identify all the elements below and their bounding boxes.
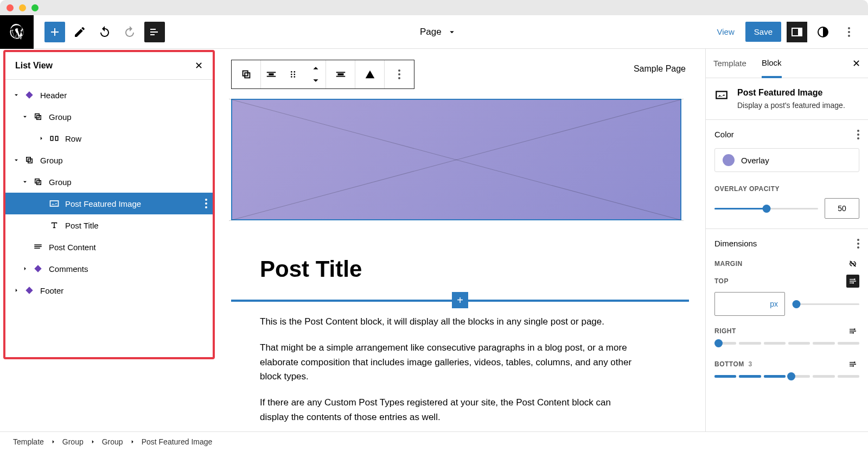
svg-point-30 xyxy=(854,328,856,330)
contrast-icon xyxy=(816,26,829,39)
app-bar: Page View Save xyxy=(0,15,868,49)
svg-point-29 xyxy=(852,282,854,284)
chevron-right-icon xyxy=(37,135,45,142)
sliders-icon xyxy=(848,327,857,335)
alignment-button[interactable] xyxy=(326,60,355,88)
wp-logo[interactable] xyxy=(0,15,34,49)
insert-button[interactable]: + xyxy=(452,292,468,308)
custom-value-toggle[interactable] xyxy=(846,275,859,288)
opacity-slider[interactable] xyxy=(714,208,818,209)
sidebar-icon xyxy=(790,26,803,39)
overlay-color-row[interactable]: Overlay xyxy=(714,148,859,172)
block-type-button[interactable] xyxy=(232,60,261,88)
listview-toggle-button[interactable] xyxy=(144,22,165,42)
duotone-icon xyxy=(364,68,376,80)
options-button[interactable] xyxy=(839,22,859,42)
tab-block[interactable]: Block xyxy=(762,49,782,78)
list-view-title: List View xyxy=(15,61,53,71)
nav-link-sample-page[interactable]: Sample Page xyxy=(634,64,686,74)
svg-point-21 xyxy=(293,74,295,75)
block-drag-mover[interactable] xyxy=(261,60,326,88)
add-block-button[interactable] xyxy=(44,22,65,42)
featured-image-icon xyxy=(48,198,61,209)
edit-button[interactable] xyxy=(69,22,90,42)
inspector-close[interactable]: ✕ xyxy=(852,58,860,69)
svg-rect-6 xyxy=(55,136,58,141)
plus-icon xyxy=(48,26,61,39)
post-content-block[interactable]: This is the Post Content block, it will … xyxy=(260,315,634,424)
block-more-button[interactable] xyxy=(385,60,414,88)
undo-button[interactable] xyxy=(94,22,115,42)
content-icon xyxy=(31,242,44,252)
opacity-input[interactable] xyxy=(825,198,859,219)
tree-item-post-content[interactable]: Post Content xyxy=(5,236,213,258)
editor-canvas[interactable]: Sample Page Post Title + This is the Pos… xyxy=(215,49,705,431)
row-icon xyxy=(48,134,61,143)
section-options[interactable] xyxy=(857,130,859,139)
tree-label: Group xyxy=(40,156,63,165)
breadcrumb-item[interactable]: Template xyxy=(13,437,44,446)
save-button[interactable]: Save xyxy=(745,22,781,42)
breadcrumb-item[interactable]: Post Featured Image xyxy=(142,437,213,446)
svg-rect-14 xyxy=(266,72,276,73)
list-icon xyxy=(148,26,161,39)
more-icon xyxy=(398,69,400,79)
svg-rect-26 xyxy=(716,92,727,99)
tree-item-group[interactable]: Group xyxy=(5,106,213,128)
top-slider[interactable] xyxy=(794,303,859,305)
section-options[interactable] xyxy=(857,239,859,249)
content-paragraph: That might be a simple arrangement like … xyxy=(260,341,634,384)
styles-button[interactable] xyxy=(813,22,833,42)
tree-item-footer[interactable]: Footer xyxy=(5,280,213,301)
block-name: Post Featured Image xyxy=(737,88,845,98)
chevron-right-icon xyxy=(89,438,97,446)
chevron-right-icon xyxy=(12,287,20,294)
post-title-block[interactable]: Post Title xyxy=(260,256,689,282)
title-icon xyxy=(48,220,61,230)
insert-indicator[interactable]: + xyxy=(231,300,689,302)
tree-item-group[interactable]: Group xyxy=(5,171,213,193)
top-value-input[interactable]: px xyxy=(714,292,785,316)
tab-template[interactable]: Template xyxy=(713,49,746,78)
dimensions-section: Dimensions Margin Top px Right xyxy=(706,229,868,388)
redo-button[interactable] xyxy=(119,22,140,42)
settings-toggle[interactable] xyxy=(787,22,807,42)
chevron-down-icon xyxy=(12,156,20,164)
tree-label: Group xyxy=(49,177,72,187)
chevron-up-icon xyxy=(310,62,322,74)
duotone-button[interactable] xyxy=(355,60,385,88)
mac-minimize-dot[interactable] xyxy=(19,4,26,11)
tree-item-post-featured-image[interactable]: Post Featured Image xyxy=(5,193,213,214)
tree-item-comments[interactable]: Comments xyxy=(5,258,213,280)
document-title[interactable]: Page xyxy=(165,27,712,37)
top-label: Top xyxy=(714,277,729,285)
mac-close-dot[interactable] xyxy=(7,4,14,11)
redo-icon xyxy=(123,26,136,39)
diamond-icon xyxy=(23,90,36,100)
breadcrumb-item[interactable]: Group xyxy=(102,437,123,446)
tree-item-group[interactable]: Group xyxy=(5,149,213,171)
svg-point-28 xyxy=(854,278,856,280)
chevron-down-icon xyxy=(447,27,457,37)
block-inspector: Template Block ✕ Post Featured Image Dis… xyxy=(705,49,868,431)
list-view-close[interactable]: ✕ xyxy=(195,60,203,72)
custom-value-toggle[interactable] xyxy=(846,358,859,371)
custom-value-toggle[interactable] xyxy=(846,325,859,338)
color-swatch xyxy=(723,154,735,166)
post-featured-image-block[interactable] xyxy=(231,99,681,220)
tree-item-options[interactable] xyxy=(205,199,207,208)
tree-item-row[interactable]: Row xyxy=(5,128,213,149)
unlink-sides-button[interactable] xyxy=(846,257,859,270)
tree-item-header[interactable]: Header xyxy=(5,84,213,106)
svg-rect-1 xyxy=(798,28,802,36)
mac-maximize-dot[interactable] xyxy=(31,4,39,11)
breadcrumb-item[interactable]: Group xyxy=(62,437,84,446)
more-icon xyxy=(848,27,850,37)
svg-rect-15 xyxy=(266,76,276,77)
bottom-slider[interactable] xyxy=(714,375,859,378)
view-button[interactable]: View xyxy=(712,23,740,41)
tree-item-post-title[interactable]: Post Title xyxy=(5,214,213,236)
svg-point-19 xyxy=(290,76,292,78)
right-slider[interactable] xyxy=(714,342,859,345)
svg-rect-25 xyxy=(337,73,343,75)
